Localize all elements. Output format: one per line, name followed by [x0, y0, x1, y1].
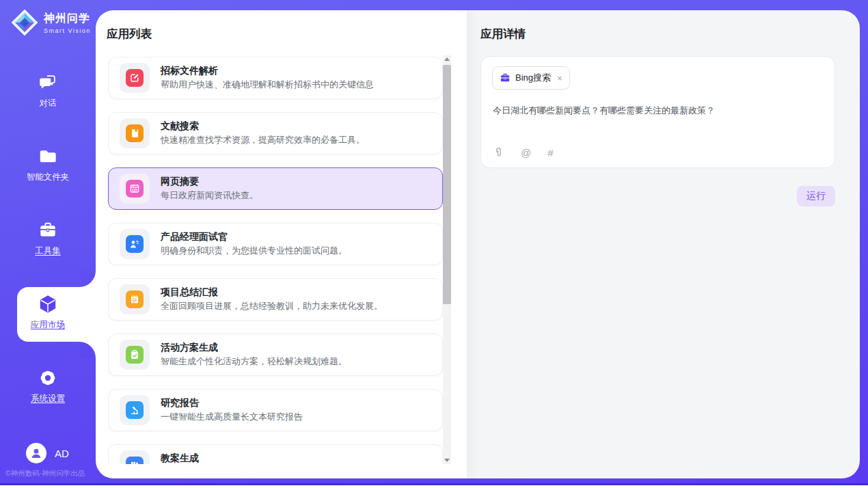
gear-icon [38, 368, 58, 388]
sidebar-item-label: 应用市场 [31, 319, 65, 331]
bubble-curve-bottom [79, 342, 96, 358]
query-text[interactable]: 今日湖北有哪些新闻要点？有哪些需要关注的最新政策？ [493, 104, 823, 118]
toolbox-icon [38, 220, 58, 241]
app-name: 项目总结汇报 [161, 286, 383, 299]
cube-icon [38, 294, 58, 314]
sidebar-item-app-market[interactable]: 应用市场 [0, 294, 96, 331]
brand-subtitle: Smart Vision [44, 27, 91, 34]
avatar [26, 443, 46, 463]
app-card-pm-interviewer[interactable]: 产品经理面试官 明确身份和职责，为您提供专业性的面试问题。 [108, 223, 443, 265]
scrollbar-down-arrow[interactable] [443, 456, 451, 464]
topic-icon[interactable]: # [547, 147, 553, 159]
app-card-event-plan[interactable]: 活动方案生成 智能生成个性化活动方案，轻松解决规划难题。 [108, 334, 443, 376]
app-desc: 一键智能生成高质量长文本研究报告 [161, 411, 303, 423]
tool-chip-label: Bing搜索 [515, 72, 551, 84]
app-card-bid-analysis[interactable]: 招标文件解析 帮助用户快速、准确地理解和解析招标书中的关键信息 [108, 57, 443, 99]
app-card-lesson-plan[interactable]: 教案生成 模板驱动，教案秒成，教学准备从此轻松快捷 [108, 444, 443, 464]
brand-logo: 神州问学 Smart Vision [11, 9, 91, 36]
app-list: 招标文件解析 帮助用户快速、准确地理解和解析招标书中的关键信息 文献搜索 快速精… [108, 57, 443, 464]
sidebar-item-toolset[interactable]: 工具集 [0, 220, 96, 257]
chat-icon [38, 72, 58, 93]
user-initials: AD [55, 448, 69, 459]
bottom-accent-line [0, 483, 868, 485]
user-account[interactable]: AD [26, 443, 69, 463]
sidebar-item-label: 智能文件夹 [27, 172, 70, 183]
app-detail-panel: 应用详情 Bing搜索 × 今日湖北有哪些新闻要点？有哪些需要关注的最新政策？ [467, 10, 860, 478]
app-card-project-summary[interactable]: 项目总结汇报 全面回顾项目进展，总结经验教训，助力未来优化发展。 [108, 278, 443, 321]
app-card-research-report[interactable]: 研究报告 一键智能生成高质量长文本研究报告 [108, 389, 443, 431]
briefcase-icon [500, 72, 511, 83]
diamond-gem-icon [11, 9, 38, 36]
book-icon [126, 124, 144, 142]
sidebar-item-smart-folder[interactable]: 智能文件夹 [0, 146, 96, 183]
app-desc: 智能生成个性化活动方案，轻松解决规划难题。 [161, 356, 347, 368]
clipboard-check-icon [126, 346, 144, 364]
attachment-icon[interactable] [493, 147, 504, 159]
folder-icon [38, 146, 58, 167]
composer-toolbar: @ # [493, 147, 554, 159]
app-name: 研究报告 [161, 397, 303, 409]
sidebar-item-label: 工具集 [35, 245, 61, 257]
app-desc: 帮助用户快速、准确地理解和解析招标书中的关键信息 [161, 79, 374, 91]
app-name: 活动方案生成 [161, 342, 347, 354]
mention-icon[interactable]: @ [521, 147, 531, 159]
copyright-text: ©神州数码·神州问学出品 [5, 469, 96, 478]
run-button[interactable]: 运行 [797, 186, 835, 206]
sidebar-item-label: 系统设置 [31, 393, 65, 405]
books-icon [126, 457, 144, 464]
app-desc: 全面回顾项目进展，总结经验教训，助力未来优化发展。 [161, 301, 383, 312]
bubble-curve-top [79, 271, 96, 287]
app-name: 文献搜索 [161, 120, 365, 133]
app-desc: 快速精准查找学术资源，提高研究效率的必备工具。 [161, 135, 365, 146]
app-card-literature-search[interactable]: 文献搜索 快速精准查找学术资源，提高研究效率的必备工具。 [108, 112, 443, 154]
app-desc: 每日政府新闻资讯快查。 [161, 190, 258, 202]
composer-card[interactable]: Bing搜索 × 今日湖北有哪些新闻要点？有哪些需要关注的最新政策？ @ # [480, 56, 835, 168]
sidebar-item-chat[interactable]: 对话 [0, 72, 96, 109]
sidebar-item-settings[interactable]: 系统设置 [0, 368, 96, 405]
app-detail-title: 应用详情 [480, 27, 526, 42]
app-name: 教案生成 [161, 452, 338, 464]
app-list-panel: 应用列表 招标文件解析 帮助用户快速、准确地理解和解析招标书中的关键信息 [96, 10, 467, 478]
person-icon [30, 447, 42, 459]
tool-chip-bing-search[interactable]: Bing搜索 × [492, 66, 570, 90]
scrollbar[interactable] [443, 55, 451, 464]
app-list-title: 应用列表 [107, 27, 152, 42]
microscope-icon [126, 401, 144, 419]
main-content: 应用列表 招标文件解析 帮助用户快速、准确地理解和解析招标书中的关键信息 [96, 10, 860, 478]
pen-edit-icon [126, 69, 144, 87]
app-card-web-summary[interactable]: 网页摘要 每日政府新闻资讯快查。 [108, 167, 443, 210]
app-name: 产品经理面试官 [161, 231, 347, 243]
scrollbar-up-arrow[interactable] [443, 55, 451, 64]
sidebar: 神州问学 Smart Vision 对话 智能文件夹 工具集 [0, 0, 96, 488]
app-name: 招标文件解析 [161, 65, 374, 77]
sidebar-item-label: 对话 [40, 98, 57, 109]
browser-code-icon [126, 180, 144, 198]
notepad-icon [126, 290, 144, 308]
brand-text: 神州问学 Smart Vision [44, 12, 91, 34]
scrollbar-thumb[interactable] [443, 65, 451, 304]
interviewer-icon [126, 235, 144, 253]
app-name: 网页摘要 [161, 176, 258, 188]
chip-close-icon[interactable]: × [557, 74, 562, 83]
app-desc: 明确身份和职责，为您提供专业性的面试问题。 [161, 245, 347, 257]
brand-name: 神州问学 [44, 12, 91, 26]
